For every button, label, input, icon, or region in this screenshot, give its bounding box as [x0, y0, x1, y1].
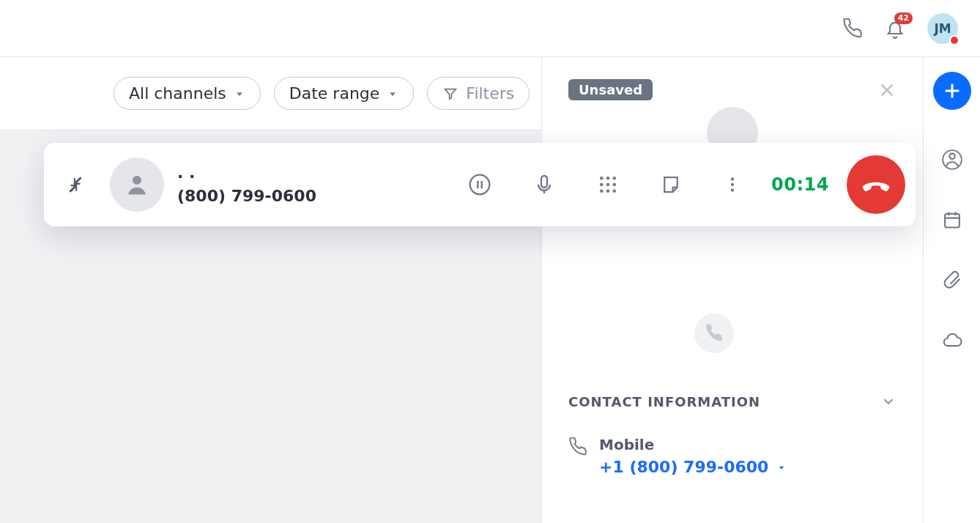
mobile-row: Mobile +1 (800) 799-0600 — [568, 436, 897, 476]
contact-info-header[interactable]: CONTACT INFORMATION — [568, 393, 897, 409]
svg-point-17 — [731, 188, 734, 191]
status-dot-icon — [949, 35, 959, 45]
svg-point-13 — [606, 190, 610, 193]
add-button[interactable] — [933, 72, 971, 110]
dialpad-icon[interactable] — [597, 174, 619, 196]
phone-hangup-icon — [862, 171, 890, 199]
date-range-dropdown[interactable]: Date range — [274, 77, 415, 110]
caller-info: . . (800) 799-0600 — [177, 164, 316, 204]
topbar-phone-icon[interactable] — [842, 18, 863, 39]
svg-point-14 — [613, 190, 617, 193]
left-pane: All channels Date range Filters — [0, 57, 542, 523]
collapse-icon[interactable] — [66, 175, 85, 194]
notifications-icon[interactable]: 42 — [885, 18, 905, 39]
svg-point-9 — [600, 183, 604, 187]
svg-point-15 — [731, 177, 734, 180]
svg-point-16 — [731, 183, 734, 186]
channels-label: All channels — [129, 84, 226, 103]
caret-down-icon — [776, 461, 787, 473]
caret-down-icon — [387, 88, 398, 100]
svg-rect-2 — [945, 214, 959, 228]
call-bar: . . (800) 799-0600 00:14 — [44, 143, 916, 226]
svg-point-11 — [613, 183, 617, 187]
plus-icon — [942, 81, 962, 101]
mute-icon[interactable] — [532, 173, 556, 196]
profile-icon[interactable] — [942, 149, 962, 170]
note-icon[interactable] — [660, 174, 682, 196]
attachment-icon[interactable] — [942, 270, 962, 290]
svg-point-0 — [949, 154, 954, 159]
mobile-number-link[interactable]: +1 (800) 799-0600 — [599, 458, 787, 476]
filter-icon — [442, 86, 459, 102]
caller-name: . . — [177, 164, 316, 182]
svg-point-10 — [606, 183, 610, 187]
mobile-number: +1 (800) 799-0600 — [599, 458, 768, 476]
date-range-label: Date range — [289, 84, 380, 103]
calendar-icon[interactable] — [942, 209, 962, 230]
unsaved-tag: Unsaved — [568, 79, 653, 100]
person-icon — [124, 171, 150, 198]
contact-info-title: CONTACT INFORMATION — [568, 394, 760, 409]
avatar-initials: JM — [934, 21, 951, 36]
call-actions — [468, 173, 742, 196]
svg-point-8 — [613, 177, 617, 180]
topbar: 42 JM — [0, 0, 980, 57]
hold-icon[interactable] — [468, 173, 491, 196]
caller-avatar — [110, 157, 164, 212]
svg-point-6 — [600, 177, 604, 180]
channels-dropdown[interactable]: All channels — [114, 77, 261, 110]
close-icon[interactable] — [877, 81, 897, 100]
svg-point-7 — [606, 177, 610, 180]
contact-phone-circle-icon[interactable] — [694, 314, 734, 353]
hangup-button[interactable] — [847, 155, 905, 214]
user-avatar[interactable]: JM — [927, 13, 958, 44]
svg-point-4 — [470, 175, 490, 195]
caller-number: (800) 799-0600 — [177, 187, 316, 205]
mobile-label: Mobile — [599, 436, 787, 453]
side-rail — [923, 57, 980, 523]
filters-button[interactable]: Filters — [427, 77, 530, 110]
svg-point-3 — [133, 176, 141, 185]
chevron-down-icon — [880, 393, 897, 409]
svg-point-12 — [600, 190, 604, 193]
cloud-icon[interactable] — [942, 330, 962, 350]
caret-down-icon — [234, 88, 245, 100]
detail-pane: Unsaved CONTACT INFORMATION Mobile +1 (8… — [542, 57, 923, 523]
more-icon[interactable] — [723, 175, 742, 194]
filters-label: Filters — [466, 84, 514, 103]
svg-rect-5 — [541, 176, 547, 188]
phone-icon — [568, 437, 587, 476]
main: All channels Date range Filters Unsaved … — [0, 57, 980, 523]
call-timer: 00:14 — [771, 174, 829, 195]
filters-row: All channels Date range Filters — [0, 57, 541, 130]
notification-badge: 42 — [894, 12, 913, 24]
